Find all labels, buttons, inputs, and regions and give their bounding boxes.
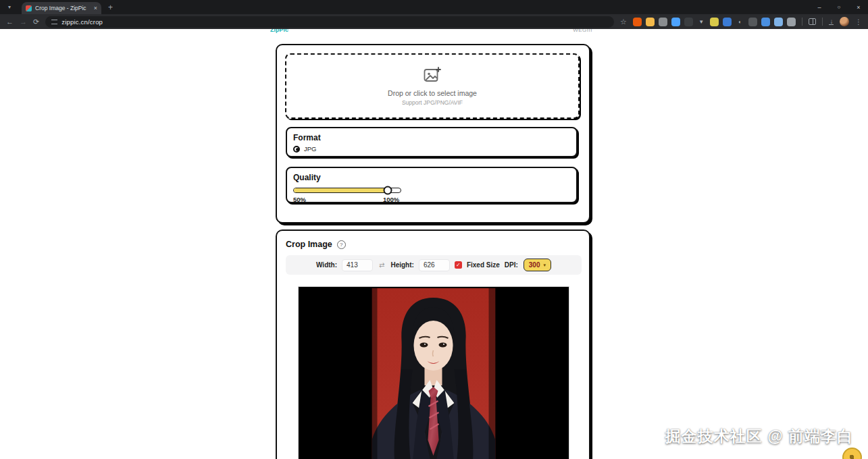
site-info-icon[interactable] [51, 20, 57, 24]
quality-label: Quality [293, 173, 570, 182]
extension-blue-dot-icon[interactable] [671, 18, 680, 26]
quality-box: Quality 50% 100% [286, 167, 578, 203]
tab-close-icon[interactable]: × [94, 5, 97, 11]
forward-icon[interactable]: → [20, 18, 27, 26]
crop-controls-bar: Width: ⇄ Height: ✓ Fixed Size DPI: 300 ▾ [286, 255, 582, 275]
format-label: Format [293, 133, 570, 142]
extension-orange-figure-icon[interactable] [633, 18, 642, 26]
dropzone-title: Drop or click to select image [388, 89, 477, 97]
crop-dim-overlay-right [489, 288, 496, 459]
new-tab-button[interactable]: + [108, 3, 113, 12]
site-header-right-text: WEGIII [573, 29, 592, 33]
site-logo-fragment[interactable]: ZipPic [270, 29, 297, 33]
maximize-button[interactable]: ○ [835, 4, 843, 10]
crop-header: Crop Image ? [286, 240, 346, 249]
width-label: Width: [316, 261, 337, 269]
crop-dim-overlay-left [372, 288, 378, 459]
extension-yellow-red-icon[interactable] [646, 18, 655, 26]
profile-avatar[interactable] [840, 17, 849, 26]
minimize-button[interactable]: – [815, 4, 823, 11]
extension-half-circle-icon[interactable]: ◐ [736, 18, 744, 26]
badge-mark-icon [849, 454, 856, 459]
dpi-dropdown[interactable]: 300 ▾ [524, 259, 551, 271]
url-text: zippic.cn/crop [61, 18, 103, 26]
height-label: Height: [390, 261, 413, 269]
tab-favicon [26, 5, 32, 11]
back-icon[interactable]: ← [6, 18, 14, 26]
format-option-jpg[interactable]: JPG [293, 145, 570, 153]
address-bar[interactable]: zippic.cn/crop [45, 16, 614, 28]
browser-toolbar: ← → ⟳ zippic.cn/crop ☆ ▼◐ ↓ ⋮ [0, 14, 868, 29]
dropzone-subtitle: Support JPG/PNG/AVIF [402, 99, 463, 106]
extension-yellow-flag-icon[interactable] [710, 18, 719, 26]
extension-vimium-icon[interactable]: ▼ [697, 18, 706, 26]
width-input[interactable] [342, 259, 373, 271]
floating-badge[interactable] [842, 448, 862, 459]
downloads-icon[interactable]: ↓ [829, 18, 834, 25]
close-button[interactable]: × [854, 4, 863, 11]
webpage: ZipPic WEGIII Drop or click to select im… [0, 29, 868, 459]
toolbar-divider [822, 18, 823, 26]
crop-card: Crop Image ? Width: ⇄ Height: ✓ Fixed Si… [276, 230, 590, 459]
extension-dim-arrow-icon[interactable] [748, 18, 757, 26]
chevron-down-icon: ▾ [543, 263, 546, 268]
extension-grey-square-icon[interactable] [659, 18, 667, 26]
watermark-text: 掘金技术社区 @ 前端李白 [665, 426, 853, 447]
radio-selected-icon[interactable] [293, 146, 300, 153]
tab-title: Crop Image - ZipPic [35, 5, 91, 11]
fixed-size-checkbox[interactable]: ✓ [455, 261, 462, 269]
reload-icon[interactable]: ⟳ [33, 18, 39, 26]
extension-blue-tile-icon[interactable] [723, 18, 732, 26]
help-icon[interactable]: ? [337, 240, 346, 249]
format-option-label: JPG [304, 145, 316, 153]
extensions-puzzle-icon[interactable] [787, 18, 796, 26]
image-dropzone[interactable]: Drop or click to select image Support JP… [285, 53, 580, 119]
quality-slider-fill [294, 188, 388, 192]
image-plus-icon [424, 67, 441, 83]
format-box: Format JPG [286, 127, 578, 157]
crop-preview[interactable] [298, 286, 569, 459]
quality-value-label: 100% [383, 196, 399, 203]
extension-dark-tile-icon[interactable] [684, 18, 693, 26]
extension-icons-row: ▼◐ [633, 18, 796, 26]
fixed-size-label: Fixed Size [467, 261, 500, 269]
quality-slider[interactable] [293, 188, 401, 193]
portrait-photo [372, 288, 496, 459]
bookmark-star-icon[interactable]: ☆ [620, 18, 627, 26]
quality-slider-labels: 50% 100% [293, 196, 401, 204]
browser-menu-icon[interactable]: ⋮ [855, 18, 862, 26]
quality-slider-thumb[interactable] [384, 186, 392, 195]
swap-dimensions-icon[interactable]: ⇄ [378, 261, 386, 269]
reading-list-icon[interactable] [809, 18, 817, 25]
tab-search-chevron-icon[interactable]: ▾ [4, 3, 15, 12]
extension-light-blue-icon[interactable] [774, 18, 783, 26]
titlebar: ▾ Crop Image - ZipPic × + – ○ × [0, 0, 868, 14]
window-controls: – ○ × [815, 4, 863, 11]
extension-blue-tag-icon[interactable] [761, 18, 770, 26]
browser-tab[interactable]: Crop Image - ZipPic × [22, 2, 101, 14]
toolbar-divider [802, 18, 802, 26]
dpi-value: 300 [529, 261, 540, 269]
height-input[interactable] [419, 259, 450, 271]
dpi-label: DPI: [505, 261, 518, 269]
quality-min-label: 50% [293, 196, 306, 203]
browser-window: ▾ Crop Image - ZipPic × + – ○ × ← → ⟳ zi… [0, 0, 868, 459]
crop-title: Crop Image [286, 240, 332, 249]
uploader-card: Drop or click to select image Support JP… [276, 44, 590, 223]
